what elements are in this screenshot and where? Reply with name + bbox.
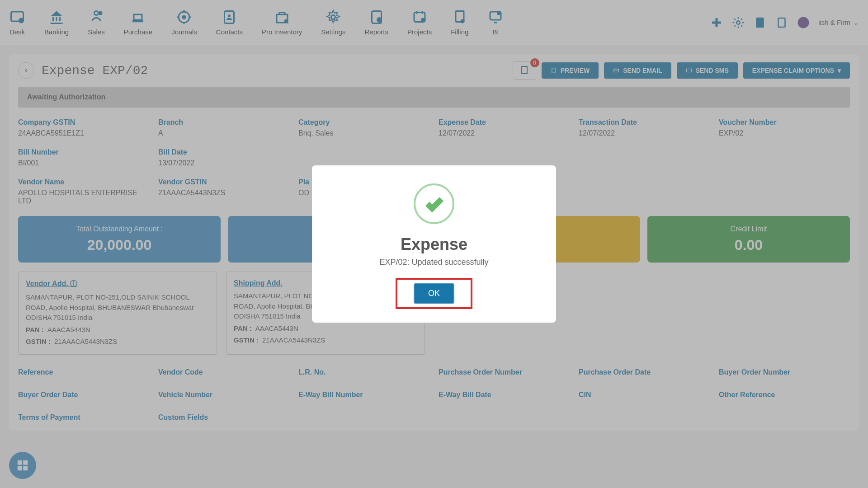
check-circle-icon [414, 183, 454, 224]
modal-button-highlight: OK [396, 278, 472, 309]
success-modal: Expense EXP/02: Updated successfully OK [312, 165, 556, 323]
modal-title: Expense [326, 235, 542, 254]
modal-message: EXP/02: Updated successfully [326, 258, 542, 267]
ok-button[interactable]: OK [414, 283, 454, 304]
modal-overlay: Expense EXP/02: Updated successfully OK [0, 0, 868, 488]
